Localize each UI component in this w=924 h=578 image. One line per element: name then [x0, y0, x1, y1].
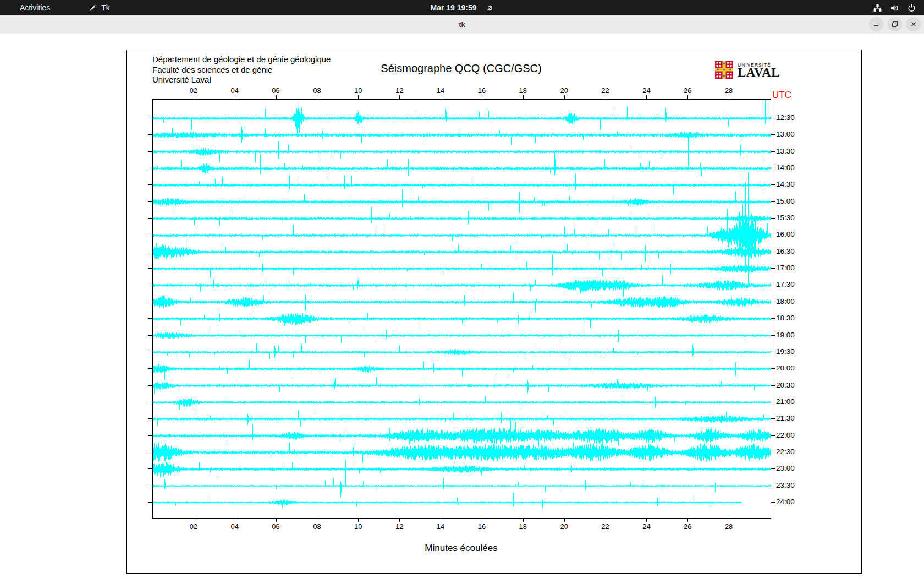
row-tick-right — [771, 252, 775, 252]
row-utc-label: 13:30 — [776, 147, 795, 155]
row-tick-left — [148, 201, 152, 202]
x-tick-bottom — [235, 518, 235, 522]
row-tick-left — [148, 118, 152, 118]
x-tick-label-top: 22 — [596, 86, 615, 95]
x-tick-bottom — [276, 518, 277, 522]
x-tick-label-bottom: 20 — [555, 522, 574, 531]
x-tick-top — [646, 95, 647, 99]
row-tick-right — [771, 235, 775, 235]
x-tick-label-bottom: 08 — [307, 522, 326, 531]
row-utc-label: 13:00 — [776, 130, 795, 138]
bell-slash-icon — [486, 4, 494, 12]
x-tick-bottom — [358, 518, 359, 522]
university-laval-logo: UNIVERSITÉ LAVAL — [715, 61, 780, 79]
row-tick-left — [148, 502, 152, 503]
row-tick-left — [148, 151, 152, 152]
activities-button[interactable]: Activities — [15, 2, 54, 13]
row-tick-right — [771, 402, 775, 402]
row-tick-left — [148, 218, 152, 219]
row-utc-label: 14:30 — [776, 180, 795, 188]
row-utc-label: 16:30 — [776, 247, 795, 255]
row-utc-label: 18:00 — [776, 297, 795, 306]
x-tick-top — [606, 95, 606, 99]
x-tick-bottom — [317, 518, 317, 522]
x-tick-top — [194, 95, 194, 99]
row-tick-right — [771, 452, 775, 452]
row-utc-label: 15:30 — [776, 214, 795, 222]
x-tick-top — [358, 95, 359, 99]
row-tick-right — [771, 168, 775, 168]
row-utc-label: 15:00 — [776, 197, 795, 205]
x-tick-label-top: 18 — [514, 86, 532, 95]
x-tick-label-top: 26 — [678, 86, 697, 95]
row-tick-right — [771, 468, 775, 469]
x-tick-bottom — [194, 518, 194, 522]
x-tick-label-bottom: 06 — [267, 522, 285, 531]
x-tick-label-bottom: 28 — [719, 522, 738, 531]
window-titlebar[interactable]: tk — [0, 15, 924, 34]
x-tick-label-bottom: 24 — [637, 522, 656, 531]
x-tick-top — [729, 95, 729, 99]
row-tick-right — [771, 352, 775, 352]
x-tick-bottom — [399, 518, 400, 522]
row-tick-left — [148, 435, 152, 436]
x-tick-bottom — [523, 518, 524, 522]
row-tick-right — [771, 435, 775, 436]
x-tick-bottom — [646, 518, 647, 522]
institution-line-3: Université Laval — [152, 75, 331, 85]
row-tick-right — [771, 134, 775, 135]
close-icon — [910, 21, 917, 28]
row-utc-label: 16:00 — [776, 230, 795, 238]
x-axis-title: Minutes écoulées — [275, 543, 647, 554]
focused-app-indicator[interactable]: Tk — [89, 3, 110, 12]
row-tick-left — [148, 385, 152, 386]
row-tick-left — [148, 268, 152, 269]
row-tick-left — [148, 402, 152, 402]
volume-icon[interactable] — [890, 3, 899, 13]
row-utc-label: 14:00 — [776, 163, 795, 172]
restore-icon — [892, 21, 898, 28]
row-utc-label: 21:30 — [776, 414, 795, 422]
x-tick-top — [564, 95, 565, 99]
x-tick-label-top: 20 — [555, 86, 574, 95]
row-utc-label: 23:30 — [776, 481, 795, 489]
row-tick-right — [771, 218, 775, 219]
row-tick-left — [148, 486, 152, 486]
row-tick-right — [771, 385, 775, 386]
row-tick-right — [771, 151, 775, 152]
row-tick-right — [771, 335, 775, 336]
plot-title: Séismographe QCQ (CGC/GSC) — [275, 62, 647, 75]
minimize-icon — [873, 21, 879, 28]
row-utc-label: 23:00 — [776, 464, 795, 472]
x-tick-top — [399, 95, 400, 99]
network-icon[interactable] — [873, 3, 882, 13]
x-tick-label-bottom: 12 — [390, 522, 409, 531]
x-tick-label-bottom: 14 — [431, 522, 450, 531]
app-name-label: Tk — [101, 3, 110, 12]
row-tick-right — [771, 302, 775, 302]
row-tick-right — [771, 268, 775, 269]
minimize-button[interactable] — [869, 17, 883, 31]
x-tick-top — [317, 95, 317, 99]
row-tick-left — [148, 168, 152, 168]
row-tick-left — [148, 418, 152, 419]
row-utc-label: 22:30 — [776, 448, 795, 456]
clock-label[interactable]: Mar 19 19:59 — [430, 3, 476, 12]
x-tick-bottom — [729, 518, 729, 522]
logo-laval-label: LAVAL — [738, 68, 780, 77]
x-tick-label-top: 08 — [307, 86, 326, 95]
row-tick-left — [148, 318, 152, 319]
row-tick-left — [148, 252, 152, 252]
x-tick-bottom — [606, 518, 606, 522]
restore-button[interactable] — [888, 17, 902, 31]
x-tick-top — [235, 95, 235, 99]
row-tick-left — [148, 302, 152, 302]
row-utc-label: 17:00 — [776, 264, 795, 272]
close-button[interactable] — [906, 17, 921, 31]
power-icon[interactable] — [907, 3, 916, 13]
row-utc-label: 12:30 — [776, 113, 795, 122]
row-tick-right — [771, 502, 775, 503]
row-tick-right — [771, 318, 775, 319]
x-tick-label-top: 12 — [390, 86, 409, 95]
row-utc-label: 17:30 — [776, 280, 795, 288]
